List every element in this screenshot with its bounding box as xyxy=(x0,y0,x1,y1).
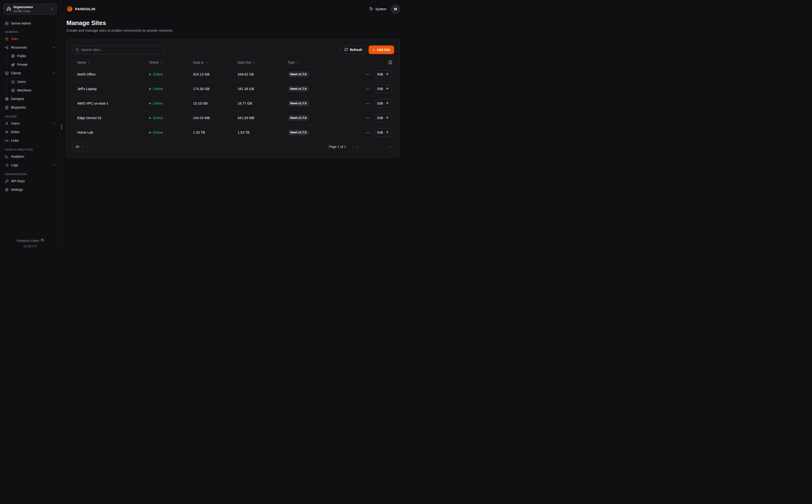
external-link-icon[interactable] xyxy=(34,244,37,249)
brand-name: PANGOLIN xyxy=(75,7,95,11)
chevron-down-icon xyxy=(52,164,56,167)
ellipsis-icon: ⋯ xyxy=(366,130,370,135)
avatar[interactable]: M xyxy=(391,4,400,14)
key-icon xyxy=(5,179,9,183)
add-site-button[interactable]: + Add Site xyxy=(369,45,394,54)
status-badge: Online xyxy=(149,101,193,105)
row-menu-button[interactable]: ⋯ xyxy=(364,86,371,92)
status-badge: Online xyxy=(149,87,193,91)
arrow-right-icon xyxy=(385,72,389,76)
online-dot-icon xyxy=(149,132,151,133)
columns-icon[interactable] xyxy=(388,60,392,64)
table-row: Edge Device 01 Online 144.24 MB 341.93 M… xyxy=(72,111,394,125)
sidebar-item-users[interactable]: Users xyxy=(4,119,57,128)
sidebar-item-private[interactable]: Private xyxy=(11,60,57,69)
sidebar-item-sites[interactable]: Sites xyxy=(4,35,57,43)
sort-icon: ↑↓ xyxy=(296,61,299,64)
ellipsis-icon: ⋯ xyxy=(366,72,370,77)
sidebar-item-roles[interactable]: Roles xyxy=(4,128,57,136)
type-badge: Newt v1.7.0 xyxy=(288,101,309,106)
arrow-right-icon xyxy=(385,101,389,106)
section-label-general: GENERAL xyxy=(4,30,57,33)
sites-icon xyxy=(5,37,9,41)
data-in-value: 144.24 MB xyxy=(193,116,238,120)
section-label-logs-analytics: LOGS & ANALYTICS xyxy=(4,148,57,151)
search-input[interactable] xyxy=(72,45,164,54)
server-icon xyxy=(11,89,15,92)
type-badge: Newt v1.7.0 xyxy=(288,71,309,77)
sidebar-item-label: Blueprints xyxy=(11,106,56,109)
sidebar-item-client-users[interactable]: Users xyxy=(11,77,57,86)
site-name: AWS VPC us-east-1 xyxy=(72,101,149,105)
page-size-select[interactable]: 20 xyxy=(72,142,88,151)
server-icon xyxy=(5,22,9,25)
sidebar-item-blueprints[interactable]: Blueprints xyxy=(4,103,57,112)
chevron-right-icon: › xyxy=(379,145,380,149)
row-menu-button[interactable]: ⋯ xyxy=(364,71,371,78)
data-in-value: 13.10 GB xyxy=(193,101,238,105)
edit-button[interactable]: Edit xyxy=(374,99,392,108)
users-icon xyxy=(5,130,9,134)
theme-toggle[interactable]: System xyxy=(369,7,386,11)
column-header-name[interactable]: Name ↑↓ xyxy=(72,60,149,64)
link-icon xyxy=(5,139,9,142)
sidebar-item-analytics[interactable]: Analytics xyxy=(4,152,57,161)
data-in-value: 174.30 GB xyxy=(193,87,238,91)
sort-icon: ↑↓ xyxy=(253,61,255,64)
type-badge: Newt v1.7.0 xyxy=(288,86,309,92)
sidebar-item-logs[interactable]: Logs xyxy=(4,161,57,169)
prev-page-button[interactable]: ‹ xyxy=(364,142,373,151)
refresh-icon xyxy=(344,48,348,52)
sidebar-item-clients[interactable]: Clients xyxy=(4,69,57,77)
edit-button[interactable]: Edit xyxy=(374,114,392,122)
github-icon[interactable] xyxy=(41,238,44,244)
refresh-button[interactable]: Refresh xyxy=(340,45,366,54)
edit-button[interactable]: Edit xyxy=(374,128,392,137)
sidebar-item-machines[interactable]: Machines xyxy=(11,86,57,95)
row-menu-button[interactable]: ⋯ xyxy=(364,115,371,121)
sidebar-item-label: Users xyxy=(11,121,50,125)
row-menu-button[interactable]: ⋯ xyxy=(364,129,371,136)
sidebar-item-label: Analytics xyxy=(11,155,56,158)
sites-card: Refresh + Add Site Name ↑↓ xyxy=(66,39,400,157)
row-menu-button[interactable]: ⋯ xyxy=(364,100,371,107)
resources-subnav: Public Private xyxy=(7,52,57,69)
online-dot-icon xyxy=(149,74,151,75)
sidebar-item-domains[interactable]: Domains xyxy=(4,95,57,103)
edit-button[interactable]: Edit xyxy=(374,70,392,79)
theme-toggle-label: System xyxy=(375,7,386,11)
column-header-online[interactable]: Online ↑↓ xyxy=(149,60,193,64)
status-badge: Online xyxy=(149,131,193,134)
globe-icon xyxy=(5,97,9,101)
column-header-type[interactable]: Type ↑↓ xyxy=(288,60,346,64)
column-header-data-out[interactable]: Data Out ↑↓ xyxy=(238,60,288,64)
org-switcher-value: ACME Corp. xyxy=(13,9,48,13)
sort-icon: ↑↓ xyxy=(88,61,90,64)
edit-button[interactable]: Edit xyxy=(374,85,392,93)
page-title: Manage Sites xyxy=(66,19,400,27)
sidebar-item-api-keys[interactable]: API Keys xyxy=(4,177,57,185)
org-switcher[interactable]: Organization ACME Corp. xyxy=(4,4,57,15)
sidebar-item-resources[interactable]: Resources xyxy=(4,43,57,52)
column-header-data-in[interactable]: Data In ↑↓ xyxy=(193,60,238,64)
page-info: Page 1 of 1 xyxy=(329,145,346,149)
laptop-icon xyxy=(11,80,15,84)
next-page-button[interactable]: › xyxy=(375,142,383,151)
sidebar-item-server-admin[interactable]: Server Admin xyxy=(4,19,57,28)
chart-line-icon xyxy=(5,155,9,158)
sidebar-resize-handle[interactable] xyxy=(61,124,62,130)
sidebar-item-label: Links xyxy=(11,139,56,142)
sidebar-item-settings[interactable]: Settings xyxy=(4,185,57,194)
sidebar-item-label: Logs xyxy=(11,163,50,167)
version-label[interactable]: v1.13.0 xyxy=(24,244,33,249)
avatar-initial: M xyxy=(394,7,397,11)
last-page-button[interactable]: » xyxy=(386,142,394,151)
pangolin-logo[interactable]: PANGOLIN xyxy=(66,6,95,12)
data-out-value: 1.53 TB xyxy=(238,131,288,134)
first-page-button[interactable]: « xyxy=(353,142,362,151)
sort-icon: ↑↓ xyxy=(160,61,163,64)
sidebar-item-links[interactable]: Links xyxy=(4,136,57,145)
sidebar-item-label: Public xyxy=(17,54,56,58)
sidebar-item-public[interactable]: Public xyxy=(11,52,57,60)
table-footer: 20 Page 1 of 1 « ‹ › » xyxy=(72,142,394,151)
